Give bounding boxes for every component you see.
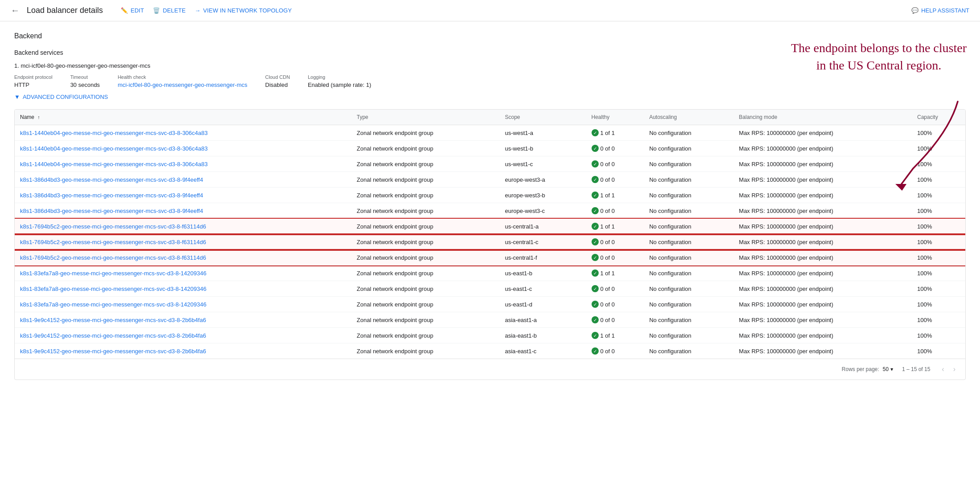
row-healthy: ✓0 of 0 <box>586 172 644 188</box>
logging-label: Logging <box>308 74 371 80</box>
row-capacity: 100% <box>912 328 965 343</box>
healthy-check-icon: ✓ <box>592 176 599 183</box>
rows-per-page-select[interactable]: 50 ▾ <box>883 366 893 372</box>
row-capacity: 100% <box>912 281 965 297</box>
row-capacity: 100% <box>912 172 965 188</box>
row-name-link[interactable]: k8s1-1440eb04-geo-messe-mci-geo-messenge… <box>20 161 208 167</box>
row-name-link[interactable]: k8s1-7694b5c2-geo-messe-mci-geo-messenge… <box>20 239 206 245</box>
row-name-link[interactable]: k8s1-386d4bd3-geo-messe-mci-geo-messenge… <box>20 192 203 199</box>
row-name-link[interactable]: k8s1-83efa7a8-geo-messe-mci-geo-messenge… <box>20 286 206 292</box>
row-name-link[interactable]: k8s1-1440eb04-geo-messe-mci-geo-messenge… <box>20 130 208 136</box>
endpoint-protocol-label: Endpoint protocol <box>14 74 53 80</box>
row-autoscaling: No configuration <box>644 156 733 172</box>
col-capacity[interactable]: Capacity <box>912 110 965 125</box>
cloud-cdn-col: Cloud CDN Disabled <box>265 74 290 88</box>
healthy-check-icon: ✓ <box>592 238 599 245</box>
row-name-link[interactable]: k8s1-9e9c4152-geo-messe-mci-geo-messenge… <box>20 317 206 323</box>
row-name-link[interactable]: k8s1-7694b5c2-geo-messe-mci-geo-messenge… <box>20 254 206 261</box>
edit-button[interactable]: ✏️ EDIT <box>121 7 144 14</box>
healthy-check-icon: ✓ <box>592 269 599 277</box>
row-name: k8s1-9e9c4152-geo-messe-mci-geo-messenge… <box>15 312 351 328</box>
health-check-link[interactable]: mci-icf0el-80-geo-messenger-geo-messenge… <box>118 82 247 88</box>
row-scope: us-east1-c <box>499 281 586 297</box>
back-button[interactable]: ← <box>11 5 20 16</box>
row-autoscaling: No configuration <box>644 125 733 141</box>
row-autoscaling: No configuration <box>644 328 733 343</box>
row-name-link[interactable]: k8s1-83efa7a8-geo-messe-mci-geo-messenge… <box>20 301 206 308</box>
row-healthy: ✓0 of 0 <box>586 343 644 359</box>
col-balancing-mode[interactable]: Balancing mode <box>734 110 912 125</box>
help-assistant-icon: 💬 <box>911 7 919 14</box>
page-nav: ‹ › <box>939 364 958 374</box>
next-page-button[interactable]: › <box>951 364 958 374</box>
col-healthy[interactable]: Healthy <box>586 110 644 125</box>
pagination: Rows per page: 50 ▾ 1 – 15 of 15 ‹ › <box>15 359 965 380</box>
row-type: Zonal network endpoint group <box>351 250 500 265</box>
healthy-check-icon: ✓ <box>592 254 599 261</box>
row-name-link[interactable]: k8s1-1440eb04-geo-messe-mci-geo-messenge… <box>20 145 208 152</box>
healthy-value: 0 of 0 <box>600 254 615 261</box>
row-name-link[interactable]: k8s1-7694b5c2-geo-messe-mci-geo-messenge… <box>20 223 206 230</box>
table-row: k8s1-1440eb04-geo-messe-mci-geo-messenge… <box>15 125 965 141</box>
row-type: Zonal network endpoint group <box>351 265 500 281</box>
table-row: k8s1-9e9c4152-geo-messe-mci-geo-messenge… <box>15 312 965 328</box>
row-scope: us-east1-d <box>499 297 586 312</box>
help-assistant-button[interactable]: 💬 HELP ASSISTANT <box>911 7 969 14</box>
row-healthy: ✓1 of 1 <box>586 188 644 203</box>
healthy-value: 0 of 0 <box>600 176 615 183</box>
row-balancing-mode: Max RPS: 100000000 (per endpoint) <box>734 203 912 219</box>
row-balancing-mode: Max RPS: 100000000 (per endpoint) <box>734 250 912 265</box>
row-scope: europe-west3-b <box>499 188 586 203</box>
healthy-check-icon: ✓ <box>592 207 599 214</box>
row-autoscaling: No configuration <box>644 312 733 328</box>
row-autoscaling: No configuration <box>644 297 733 312</box>
row-autoscaling: No configuration <box>644 234 733 250</box>
row-type: Zonal network endpoint group <box>351 203 500 219</box>
healthy-value: 0 of 0 <box>600 317 615 323</box>
healthy-value: 1 of 1 <box>600 130 615 136</box>
delete-button[interactable]: 🗑️ DELETE <box>153 7 186 14</box>
delete-icon: 🗑️ <box>153 7 160 14</box>
row-type: Zonal network endpoint group <box>351 219 500 234</box>
table-row: k8s1-83efa7a8-geo-messe-mci-geo-messenge… <box>15 265 965 281</box>
backend-section-title: Backend <box>14 32 966 40</box>
row-balancing-mode: Max RPS: 100000000 (per endpoint) <box>734 343 912 359</box>
row-name-link[interactable]: k8s1-386d4bd3-geo-messe-mci-geo-messenge… <box>20 208 203 214</box>
row-name-link[interactable]: k8s1-83efa7a8-geo-messe-mci-geo-messenge… <box>20 270 206 277</box>
row-healthy: ✓1 of 1 <box>586 219 644 234</box>
prev-page-button[interactable]: ‹ <box>939 364 947 374</box>
row-balancing-mode: Max RPS: 100000000 (per endpoint) <box>734 172 912 188</box>
row-healthy: ✓0 of 0 <box>586 312 644 328</box>
row-healthy: ✓1 of 1 <box>586 125 644 141</box>
healthy-check-icon: ✓ <box>592 223 599 230</box>
col-autoscaling[interactable]: Autoscaling <box>644 110 733 125</box>
healthy-value: 0 of 0 <box>600 145 615 152</box>
col-name[interactable]: Name ↑ <box>15 110 351 125</box>
col-type[interactable]: Type <box>351 110 500 125</box>
row-capacity: 100% <box>912 188 965 203</box>
health-check-col: Health check mci-icf0el-80-geo-messenger… <box>118 74 247 88</box>
row-scope: asia-east1-c <box>499 343 586 359</box>
row-name-link[interactable]: k8s1-9e9c4152-geo-messe-mci-geo-messenge… <box>20 348 206 355</box>
row-healthy: ✓0 of 0 <box>586 250 644 265</box>
healthy-value: 1 of 1 <box>600 192 615 199</box>
table-row: k8s1-386d4bd3-geo-messe-mci-geo-messenge… <box>15 172 965 188</box>
table-row: k8s1-7694b5c2-geo-messe-mci-geo-messenge… <box>15 219 965 234</box>
row-name: k8s1-386d4bd3-geo-messe-mci-geo-messenge… <box>15 188 351 203</box>
row-scope: asia-east1-a <box>499 312 586 328</box>
delete-label: DELETE <box>163 7 186 14</box>
row-healthy: ✓0 of 0 <box>586 203 644 219</box>
view-topology-button[interactable]: → VIEW IN NETWORK TOPOLOGY <box>195 7 292 14</box>
row-scope: us-west1-c <box>499 156 586 172</box>
row-name-link[interactable]: k8s1-9e9c4152-geo-messe-mci-geo-messenge… <box>20 332 206 339</box>
row-healthy: ✓1 of 1 <box>586 265 644 281</box>
row-name-link[interactable]: k8s1-386d4bd3-geo-messe-mci-geo-messenge… <box>20 176 203 183</box>
row-type: Zonal network endpoint group <box>351 141 500 156</box>
healthy-check-icon: ✓ <box>592 129 599 136</box>
toolbar-actions: ✏️ EDIT 🗑️ DELETE → VIEW IN NETWORK TOPO… <box>121 7 292 14</box>
edit-label: EDIT <box>131 7 144 14</box>
healthy-value: 0 of 0 <box>600 348 615 355</box>
col-scope[interactable]: Scope <box>499 110 586 125</box>
advanced-config-toggle[interactable]: ▼ ADVANCED CONFIGURATIONS <box>14 94 966 100</box>
row-healthy: ✓1 of 1 <box>586 328 644 343</box>
